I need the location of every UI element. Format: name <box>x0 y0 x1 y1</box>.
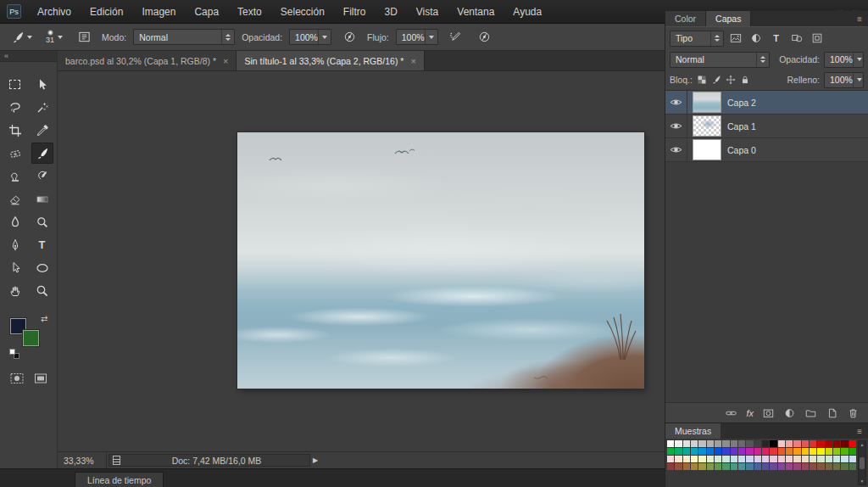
color-swatch[interactable] <box>762 448 769 455</box>
color-swatch[interactable] <box>786 456 793 462</box>
color-swatch[interactable] <box>778 440 785 447</box>
color-swatch[interactable] <box>667 440 674 447</box>
close-tab-icon[interactable]: × <box>410 56 415 66</box>
color-swatch[interactable] <box>833 456 840 462</box>
tab-color[interactable]: Color <box>665 11 706 26</box>
color-swatch[interactable] <box>667 448 674 455</box>
color-swatch[interactable] <box>793 448 800 455</box>
color-swatch[interactable] <box>810 463 816 470</box>
layer-thumbnail[interactable] <box>693 92 721 113</box>
doc-info-field[interactable]: Doc: 7,42 MB/16,0 MB <box>108 454 310 467</box>
tools-panel-header[interactable]: « <box>0 51 57 62</box>
tool-preset-picker[interactable] <box>8 26 36 48</box>
color-swatch[interactable] <box>849 463 856 470</box>
document-tab-sin-titulo[interactable]: Sin título-1 al 33,3% (Capa 2, RGB/16) *… <box>236 51 424 70</box>
color-swatch[interactable] <box>691 456 698 462</box>
tablet-pressure-opacity-button[interactable] <box>338 27 360 48</box>
magic-wand-tool[interactable] <box>31 97 53 118</box>
color-swatch[interactable] <box>841 463 848 470</box>
color-swatch[interactable] <box>786 448 793 455</box>
color-swatch[interactable] <box>707 463 714 470</box>
color-swatch[interactable] <box>675 440 682 447</box>
menu-seleccion[interactable]: Selección <box>271 0 334 24</box>
lock-pixels-button[interactable] <box>711 75 721 85</box>
zoom-level-field[interactable]: 33,33% <box>58 452 107 469</box>
color-swatch[interactable] <box>683 463 690 470</box>
menu-ayuda[interactable]: Ayuda <box>504 0 551 24</box>
color-swatch[interactable] <box>762 440 769 447</box>
brush-tool[interactable] <box>31 143 53 164</box>
panel-menu-icon[interactable]: ≡ <box>857 423 868 439</box>
spot-healing-tool[interactable] <box>4 143 26 164</box>
color-swatch[interactable] <box>786 463 793 470</box>
menu-texto[interactable]: Texto <box>228 0 271 24</box>
filter-smart-objects-button[interactable] <box>808 31 826 46</box>
layer-opacity-input[interactable]: 100% <box>824 52 864 68</box>
color-swatch[interactable] <box>817 440 824 447</box>
menu-vista[interactable]: Vista <box>407 0 448 24</box>
move-tool[interactable] <box>31 74 53 95</box>
panel-menu-icon[interactable]: ≡ <box>857 11 868 26</box>
swap-colors-icon[interactable]: ⇄ <box>41 314 47 323</box>
pen-tool[interactable] <box>4 234 26 255</box>
color-swatch[interactable] <box>841 456 848 462</box>
dodge-tool[interactable] <box>31 211 53 232</box>
color-swatch[interactable] <box>667 463 674 470</box>
color-swatch[interactable] <box>746 440 753 447</box>
layer-blend-mode-select[interactable]: Normal <box>670 52 770 68</box>
toggle-brush-panel-button[interactable] <box>73 27 95 48</box>
color-swatch[interactable] <box>691 448 698 455</box>
color-swatch[interactable] <box>707 456 714 462</box>
color-swatch[interactable] <box>802 463 809 470</box>
color-swatch[interactable] <box>722 448 729 455</box>
color-swatch[interactable] <box>778 448 785 455</box>
color-swatch[interactable] <box>817 448 824 455</box>
history-brush-tool[interactable] <box>31 165 53 187</box>
swatches-scrollbar[interactable]: ▲ ▼ <box>858 440 866 485</box>
color-swatch[interactable] <box>715 448 721 455</box>
layer-filter-kind-select[interactable]: Tipo <box>670 31 724 47</box>
color-swatch[interactable] <box>762 456 769 462</box>
color-swatch[interactable] <box>731 448 737 455</box>
filter-type-layers-button[interactable]: T <box>767 31 785 46</box>
ellipse-shape-tool[interactable] <box>31 257 53 278</box>
color-swatch[interactable] <box>675 463 682 470</box>
layer-fill-input[interactable]: 100% <box>824 72 864 88</box>
adjustment-layer-button[interactable] <box>783 407 796 419</box>
color-swatch[interactable] <box>841 448 848 455</box>
type-tool[interactable]: T <box>31 234 53 255</box>
new-layer-button[interactable] <box>826 407 838 419</box>
color-swatch[interactable] <box>731 463 737 470</box>
color-swatch[interactable] <box>738 456 745 462</box>
color-swatch[interactable] <box>793 440 800 447</box>
color-swatch[interactable] <box>833 463 840 470</box>
color-swatch[interactable] <box>810 456 816 462</box>
color-swatch[interactable] <box>738 463 745 470</box>
scroll-up-icon[interactable]: ▲ <box>860 442 865 447</box>
timeline-panel-tab[interactable]: Línea de tiempo <box>75 472 164 487</box>
filter-shape-layers-button[interactable] <box>787 31 805 46</box>
menu-filtro[interactable]: Filtro <box>334 0 376 24</box>
color-swatch[interactable] <box>746 456 753 462</box>
lasso-tool[interactable] <box>4 97 26 118</box>
color-swatch[interactable] <box>802 440 809 447</box>
color-swatch[interactable] <box>826 456 832 462</box>
layer-name[interactable]: Capa 1 <box>727 121 756 132</box>
layer-style-button[interactable]: fx <box>746 408 754 418</box>
lock-position-button[interactable] <box>726 75 736 85</box>
menu-edicion[interactable]: Edición <box>81 0 132 24</box>
lock-all-button[interactable] <box>740 75 750 85</box>
layer-row-capa-1[interactable]: Capa 1 <box>665 115 868 138</box>
menu-capa[interactable]: Capa <box>185 0 228 24</box>
close-tab-icon[interactable]: × <box>223 56 228 66</box>
color-swatch[interactable] <box>715 440 721 447</box>
color-swatch[interactable] <box>802 456 809 462</box>
color-swatch[interactable] <box>683 440 690 447</box>
tab-muestras[interactable]: Muestras <box>665 423 721 439</box>
menu-archivo[interactable]: Archivo <box>28 0 81 24</box>
filter-adjustment-layers-button[interactable] <box>747 31 765 46</box>
color-swatch[interactable] <box>793 463 800 470</box>
layer-visibility-toggle[interactable] <box>665 138 687 161</box>
eraser-tool[interactable] <box>4 188 26 210</box>
blend-mode-select[interactable]: Normal <box>133 29 235 45</box>
